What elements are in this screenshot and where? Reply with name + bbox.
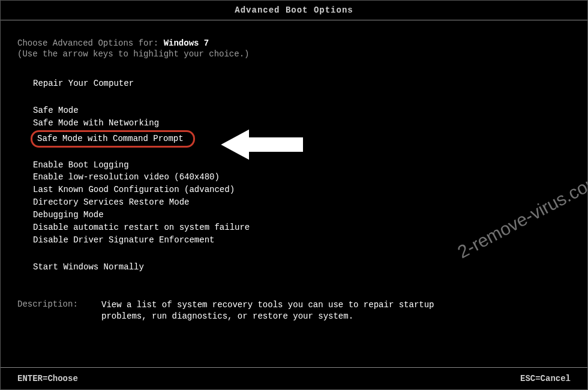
menu-repair-computer[interactable]: Repair Your Computer bbox=[31, 78, 136, 89]
os-name: Windows 7 bbox=[164, 38, 209, 48]
footer-esc-hint: ESC=Cancel bbox=[520, 374, 571, 383]
description-section: Description: View a list of system recov… bbox=[17, 299, 571, 323]
prompt-prefix: Choose Advanced Options for: bbox=[17, 38, 164, 48]
title-bar: Advanced Boot Options bbox=[1, 1, 587, 20]
hint-text: (Use the arrow keys to highlight your ch… bbox=[17, 49, 571, 59]
menu-boot-logging[interactable]: Enable Boot Logging bbox=[31, 160, 131, 171]
footer-bar: ENTER=Choose ESC=Cancel bbox=[1, 367, 587, 389]
description-text: View a list of system recovery tools you… bbox=[101, 299, 437, 323]
prompt-line: Choose Advanced Options for: Windows 7 bbox=[17, 38, 571, 48]
menu-safe-mode-networking[interactable]: Safe Mode with Networking bbox=[31, 118, 161, 129]
menu-safe-mode[interactable]: Safe Mode bbox=[31, 105, 81, 116]
menu-debugging-mode[interactable]: Debugging Mode bbox=[31, 209, 106, 221]
content-area: Choose Advanced Options for: Windows 7 (… bbox=[1, 20, 587, 323]
arrow-left-icon bbox=[217, 124, 313, 166]
menu-directory-services[interactable]: Directory Services Restore Mode bbox=[31, 197, 191, 208]
boot-menu[interactable]: Repair Your Computer Safe Mode Safe Mode… bbox=[17, 78, 571, 274]
menu-disable-auto-restart[interactable]: Disable automatic restart on system fail… bbox=[31, 222, 252, 233]
footer-enter-hint: ENTER=Choose bbox=[17, 374, 78, 383]
menu-disable-driver-sig[interactable]: Disable Driver Signature Enforcement bbox=[31, 235, 217, 246]
menu-start-normally[interactable]: Start Windows Normally bbox=[31, 262, 146, 273]
description-label: Description: bbox=[17, 299, 101, 323]
menu-last-known-good[interactable]: Last Known Good Configuration (advanced) bbox=[31, 184, 237, 196]
menu-safe-mode-command-prompt[interactable]: Safe Mode with Command Prompt bbox=[31, 130, 195, 148]
menu-low-res-video[interactable]: Enable low-resolution video (640x480) bbox=[31, 172, 222, 183]
page-title: Advanced Boot Options bbox=[235, 5, 353, 15]
